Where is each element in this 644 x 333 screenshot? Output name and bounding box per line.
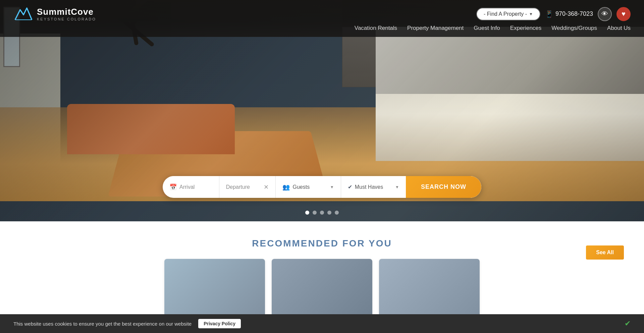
cookie-message-area: This website uses cookies to ensure you … — [13, 319, 241, 328]
eye-button[interactable]: 👁 — [598, 7, 612, 21]
must-haves-label: Must Haves — [355, 184, 383, 190]
phone-number: 970-368-7023 — [555, 10, 593, 17]
slide-dot-3[interactable] — [320, 211, 324, 215]
eye-icon: 👁 — [601, 10, 608, 18]
guests-icon: 👥 — [282, 183, 290, 191]
nav-experiences[interactable]: Experiences — [510, 25, 542, 33]
must-haves-arrow-icon: ▼ — [395, 185, 399, 189]
guests-dropdown[interactable]: 👥 Guests ▼ — [276, 176, 341, 198]
recommended-cards — [20, 259, 624, 319]
clear-dates-button[interactable]: ✕ — [264, 183, 269, 191]
slide-dot-2[interactable] — [313, 211, 317, 215]
logo[interactable]: SummitCove Keystone Colorado — [13, 5, 96, 23]
logo-name: SummitCove — [37, 7, 96, 17]
calendar-icon: 📅 — [169, 183, 177, 191]
privacy-policy-button[interactable]: Privacy Policy — [198, 319, 241, 328]
departure-label: Departure — [226, 184, 250, 190]
cookie-accept-icon[interactable]: ✔ — [625, 319, 631, 328]
nav-about-us[interactable]: About Us — [607, 25, 631, 33]
heart-icon: ♥ — [622, 10, 626, 18]
main-nav: Vacation Rentals Property Management Gue… — [355, 25, 631, 33]
must-haves-dropdown[interactable]: ✔ Must Haves ▼ — [341, 176, 406, 198]
phone-area: 📱 970-368-7023 — [545, 10, 593, 18]
guests-arrow-icon: ▼ — [330, 185, 334, 189]
see-all-button[interactable]: See All — [586, 245, 624, 260]
slide-dot-5[interactable] — [335, 211, 339, 215]
logo-text: SummitCove Keystone Colorado — [37, 7, 96, 21]
search-bar: 📅 Arrival Departure ✕ 👥 Guests ▼ ✔ Must … — [163, 176, 481, 198]
slide-dot-1[interactable] — [305, 211, 309, 215]
recommended-title: RECOMMENDED FOR YOU — [20, 238, 624, 249]
slide-indicators — [305, 211, 339, 215]
favorites-button[interactable]: ♥ — [616, 7, 631, 21]
property-card-2[interactable] — [272, 259, 372, 319]
nav-weddings-groups[interactable]: Weddings/Groups — [551, 25, 597, 33]
check-icon: ✔ — [348, 184, 352, 190]
find-property-button[interactable]: - Find A Property - ▼ — [476, 8, 540, 20]
cookie-message: This website uses cookies to ensure you … — [13, 321, 192, 327]
logo-sub: Keystone Colorado — [37, 17, 96, 21]
property-card-3[interactable] — [379, 259, 480, 319]
arrival-field[interactable]: 📅 Arrival — [163, 176, 219, 198]
departure-field[interactable]: Departure ✕ — [219, 176, 276, 198]
site-header: SummitCove Keystone Colorado - Find A Pr… — [0, 0, 644, 37]
property-card-1[interactable] — [164, 259, 265, 319]
nav-guest-info[interactable]: Guest Info — [474, 25, 500, 33]
logo-icon — [13, 5, 34, 23]
search-now-button[interactable]: SEARCH NOW — [406, 176, 481, 198]
phone-icon: 📱 — [545, 10, 553, 18]
nav-vacation-rentals[interactable]: Vacation Rentals — [355, 25, 397, 33]
guests-label: Guests — [292, 184, 310, 190]
slide-dot-4[interactable] — [327, 211, 331, 215]
nav-property-management[interactable]: Property Management — [407, 25, 464, 33]
dropdown-arrow-icon: ▼ — [529, 12, 533, 16]
arrival-label: Arrival — [179, 184, 195, 190]
cookie-banner: This website uses cookies to ensure you … — [0, 314, 644, 333]
